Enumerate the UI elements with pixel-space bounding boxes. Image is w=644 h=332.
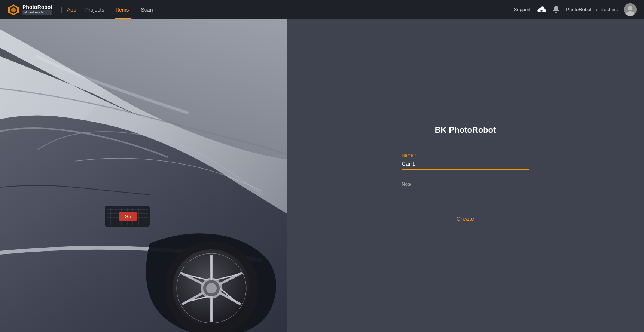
support-link[interactable]: Support xyxy=(514,7,531,12)
car-visual: S5 xyxy=(0,19,287,332)
user-avatar[interactable] xyxy=(624,3,637,16)
svg-point-4 xyxy=(555,12,557,13)
nav-item-scan[interactable]: Scan xyxy=(140,0,155,19)
create-button[interactable]: Create xyxy=(402,211,529,226)
right-panel: BK PhotoRobot Name * Note Create xyxy=(287,19,644,332)
note-input[interactable] xyxy=(402,188,529,199)
user-label[interactable]: PhotoRobot - unitechnic xyxy=(566,7,618,12)
svg-point-41 xyxy=(206,283,217,293)
form-title: BK PhotoRobot xyxy=(402,125,529,135)
left-panel: S5 xyxy=(0,19,287,332)
name-input[interactable] xyxy=(402,159,529,170)
name-field-group: Name * xyxy=(402,153,529,170)
svg-point-6 xyxy=(628,6,632,10)
app-link[interactable]: App xyxy=(67,7,76,13)
logo[interactable]: PhotoRobot Wizard mode xyxy=(7,4,52,16)
note-field-group: Note xyxy=(402,182,529,199)
nav-item-items[interactable]: Items xyxy=(115,0,130,19)
navbar-divider: | xyxy=(61,6,62,13)
bell-icon[interactable] xyxy=(552,6,560,13)
car-image-background: S5 xyxy=(0,19,287,332)
cloud-icon[interactable] xyxy=(537,5,546,15)
main-content: S5 xyxy=(0,0,644,332)
logo-sub-text: Wizard mode xyxy=(22,10,52,15)
navbar-nav: Projects Items Scan xyxy=(84,0,514,19)
form-container: BK PhotoRobot Name * Note Create xyxy=(402,125,529,226)
name-label: Name * xyxy=(402,153,529,157)
logo-main-text: PhotoRobot xyxy=(22,4,52,10)
svg-text:S5: S5 xyxy=(125,213,131,219)
logo-icon xyxy=(7,4,19,16)
logo-text-wrapper: PhotoRobot Wizard mode xyxy=(22,4,52,15)
note-label: Note xyxy=(402,182,529,187)
navbar-right: Support PhotoRobot - unitechnic xyxy=(514,3,637,16)
navbar: PhotoRobot Wizard mode | App Projects It… xyxy=(0,0,644,19)
nav-item-projects[interactable]: Projects xyxy=(84,0,106,19)
